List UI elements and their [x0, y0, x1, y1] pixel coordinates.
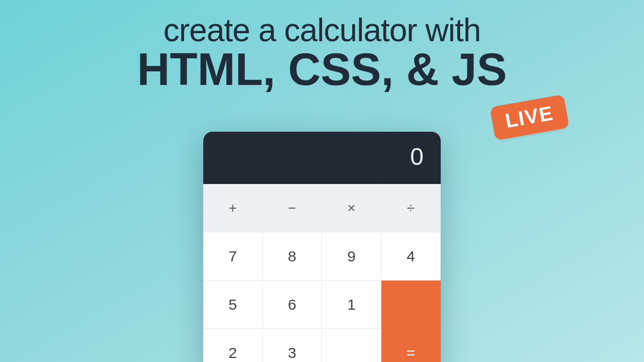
key-times[interactable]: × — [322, 184, 381, 232]
live-badge: LIVE — [490, 95, 569, 141]
key-1[interactable]: 1 — [322, 281, 381, 329]
key-plus[interactable]: + — [203, 184, 263, 232]
heading-line2: HTML, CSS, & JS — [0, 48, 644, 92]
key-minus[interactable]: − — [263, 184, 322, 232]
key-3[interactable]: 3 — [263, 329, 322, 362]
key-5[interactable]: 5 — [203, 281, 263, 329]
key-equals[interactable]: = — [381, 281, 441, 362]
calculator-keys: + − × ÷ 7 8 9 = 4 5 6 1 2 3 — [203, 184, 441, 362]
key-4[interactable]: 4 — [381, 232, 441, 281]
key-8[interactable]: 8 — [263, 232, 322, 281]
calculator: 0 + − × ÷ 7 8 9 = 4 5 6 1 2 3 — [203, 132, 441, 362]
calculator-display: 0 — [203, 132, 441, 184]
heading-block: create a calculator with HTML, CSS, & JS — [0, 14, 644, 92]
key-9[interactable]: 9 — [322, 232, 381, 281]
key-6[interactable]: 6 — [263, 281, 322, 329]
heading-line1: create a calculator with — [0, 14, 644, 46]
key-7[interactable]: 7 — [203, 232, 263, 281]
key-divide[interactable]: ÷ — [381, 184, 441, 232]
key-2[interactable]: 2 — [203, 329, 263, 362]
